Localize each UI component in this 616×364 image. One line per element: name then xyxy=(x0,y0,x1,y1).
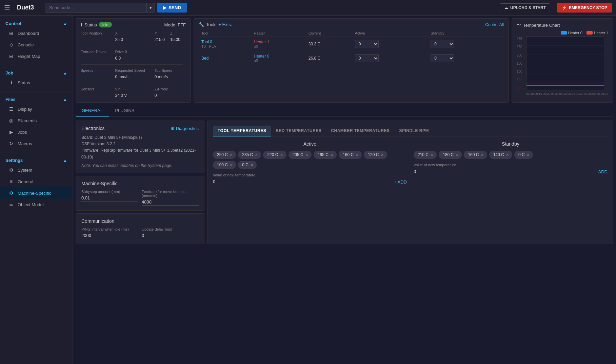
sidebar-item-label: Object Model xyxy=(18,202,44,207)
gear-icon: ⚙ xyxy=(171,126,175,131)
sidebar-item-machine-specific[interactable]: ⚙ Machine-Specific xyxy=(0,187,73,199)
tab-plugins[interactable]: PLUGINS xyxy=(109,105,140,117)
zprobe-label: Z-Probe xyxy=(155,86,186,92)
temperature-chart-panel: 〜 Temperature Chart Heater 0 Heater 1 xyxy=(512,18,613,103)
sidebar-item-dashboard[interactable]: ⊞ Dashboard xyxy=(0,27,73,39)
y-label-150: 150 xyxy=(517,62,524,65)
req-speed-value: 0 mm/s xyxy=(115,73,154,80)
standby-new-temp-label: Value of new temperature xyxy=(414,163,608,167)
babystep-input[interactable] xyxy=(81,195,138,201)
ping-field-group: PING interval when idle (ms) xyxy=(81,227,138,239)
sidebar-item-height-map[interactable]: ⊟ Height Map xyxy=(0,50,73,62)
send-dropdown-button[interactable]: ▾ xyxy=(147,3,155,13)
chip-180c-remove[interactable]: × xyxy=(456,152,458,157)
bed-active-select[interactable]: 0 xyxy=(355,54,379,62)
chip-0c-standby-remove[interactable]: × xyxy=(527,152,530,157)
chip-250c-remove[interactable]: × xyxy=(230,152,233,157)
sidebar-item-system[interactable]: ⚙ System xyxy=(0,164,73,176)
chip-100c-remove[interactable]: × xyxy=(230,162,233,168)
sidebar-item-jobs[interactable]: ▶ Jobs xyxy=(0,126,73,138)
chip-160c-active-remove[interactable]: × xyxy=(356,152,358,157)
control-all-link[interactable]: - Control All xyxy=(483,22,504,27)
sidebar-item-object-model[interactable]: ≣ Object Model xyxy=(0,199,73,210)
filaments-icon: ◎ xyxy=(8,118,14,123)
standby-column: Standby 210 C × 180 C × 160 C xyxy=(414,141,608,185)
status-badge: Idle xyxy=(99,22,112,27)
tools-wrench-icon: 🔧 xyxy=(199,22,204,27)
sidebar-group-settings[interactable]: Settings ▲ xyxy=(0,155,73,164)
sidebar-item-general[interactable]: ≡ General xyxy=(0,176,73,187)
send-code-input[interactable] xyxy=(45,3,147,13)
sidebar-item-status[interactable]: ℹ Status xyxy=(0,77,73,88)
tool0-standby-select[interactable]: 0 xyxy=(431,40,454,48)
tool0-link[interactable]: Tool 0 xyxy=(201,40,248,44)
ping-input[interactable] xyxy=(81,232,138,239)
top-speed-label: Top Speed xyxy=(155,67,186,73)
tool-col-header: Tool xyxy=(199,30,251,37)
active-add-button[interactable]: + ADD xyxy=(394,179,407,185)
diagnostics-link[interactable]: ⚙ Diagnostics xyxy=(171,126,199,131)
chevron-up-icon: ▲ xyxy=(63,97,67,102)
sidebar-item-label: Status xyxy=(18,80,30,85)
tab-bed-temperatures[interactable]: BED TEMPERATURES xyxy=(271,126,326,136)
send-button[interactable]: ▶ SEND xyxy=(157,3,187,13)
chip-120c-remove[interactable]: × xyxy=(381,152,383,157)
sidebar-group-files[interactable]: Files ▲ xyxy=(0,94,73,103)
sidebar-group-job[interactable]: Job ▲ xyxy=(0,68,73,77)
communication-panel: Communication PING interval when idle (m… xyxy=(76,213,204,244)
heater1-link[interactable]: Heater 1 xyxy=(254,40,303,44)
firmware-info: Firmware: RepRapFirmware for Duet 3 Mini… xyxy=(81,147,199,160)
active-new-temp-input[interactable] xyxy=(213,178,391,185)
tool0-active-select[interactable]: 0 xyxy=(355,40,379,48)
extruder-drives-label: Extruder Drives xyxy=(81,49,115,55)
chip-140c-remove[interactable]: × xyxy=(506,152,509,157)
status-panel: ℹ Status Idle Mode: FFF Tool Position X … xyxy=(76,18,191,103)
chart-legend: Heater 0 Heater 1 xyxy=(517,31,608,35)
tools-extra-link[interactable]: + Extra xyxy=(218,22,233,27)
update-input[interactable] xyxy=(142,232,199,239)
chip-250c: 250 C × xyxy=(213,151,236,159)
chip-160c-standby-remove[interactable]: × xyxy=(481,152,483,157)
sidebar-group-files-label: Files xyxy=(5,97,16,102)
sidebar-item-display[interactable]: ☰ Display xyxy=(0,103,73,115)
tab-chamber-temperatures[interactable]: CHAMBER TEMPERATURES xyxy=(326,126,394,136)
chip-0c-active-remove[interactable]: × xyxy=(251,162,253,168)
tab-tool-temperatures[interactable]: TOOL TEMPERATURES xyxy=(213,126,271,136)
x-label-8: 00:25 xyxy=(584,92,592,95)
tab-general[interactable]: GENERAL xyxy=(76,105,109,117)
chip-205c-remove[interactable]: × xyxy=(305,152,308,157)
emergency-stop-button[interactable]: ⚡ EMERGENCY STOP xyxy=(557,3,612,13)
y-value: 215.0 xyxy=(155,36,170,43)
sidebar-item-console[interactable]: ◇ Console xyxy=(0,39,73,50)
feedrate-input[interactable] xyxy=(142,199,199,206)
content-area: Electronics ⚙ Diagnostics Board: Duet 3 … xyxy=(73,117,616,248)
active-column: Active 250 C × 235 C × 220 C xyxy=(213,141,407,185)
chip-235c-remove[interactable]: × xyxy=(255,152,258,157)
chip-210c-remove[interactable]: × xyxy=(431,152,433,157)
bed-standby-select[interactable]: 0 xyxy=(431,54,454,62)
menu-icon[interactable]: ☰ xyxy=(4,4,10,12)
table-row: Bed Heater 0 off 26.8 C 0 xyxy=(199,51,504,65)
sidebar-item-filaments[interactable]: ◎ Filaments xyxy=(0,115,73,126)
chip-220c-remove[interactable]: × xyxy=(280,152,283,157)
tab-spindle-rpm[interactable]: SPINDLE RPM xyxy=(394,126,434,136)
sidebar-group-control[interactable]: Control ▲ xyxy=(0,18,73,27)
machine-specific-icon: ⚙ xyxy=(8,190,14,196)
sidebar-group-control-label: Control xyxy=(5,21,21,26)
standby-add-button[interactable]: + ADD xyxy=(595,169,608,174)
lightning-icon: ⚡ xyxy=(562,5,567,10)
layout: Control ▲ ⊞ Dashboard ◇ Console ⊟ Height… xyxy=(0,16,616,364)
y-label-200: 200 xyxy=(517,53,524,57)
upload-start-button[interactable]: ☁ UPLOAD & START xyxy=(500,3,550,12)
standby-new-temp-input[interactable] xyxy=(414,168,592,175)
sidebar-group-settings-label: Settings xyxy=(5,158,23,163)
heater0-link[interactable]: Heater 0 xyxy=(254,54,303,59)
sensors-label: Sensors xyxy=(81,86,115,92)
bed-link[interactable]: Bed xyxy=(201,56,248,61)
sidebar-item-label: General xyxy=(18,179,33,184)
chip-195c-remove[interactable]: × xyxy=(331,152,333,157)
sidebar-item-macros[interactable]: ↻ Macros xyxy=(0,138,73,149)
electronics-title: Electronics xyxy=(81,126,104,131)
feedrate-label: Feedrate for move buttons (mm/min) xyxy=(142,190,199,198)
chip-140c: 140 C × xyxy=(489,151,512,159)
